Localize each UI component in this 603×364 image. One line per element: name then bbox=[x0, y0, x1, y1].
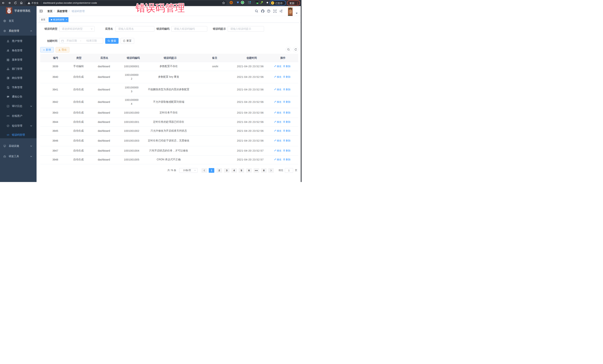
svg-text:on: on bbox=[257, 3, 258, 4]
